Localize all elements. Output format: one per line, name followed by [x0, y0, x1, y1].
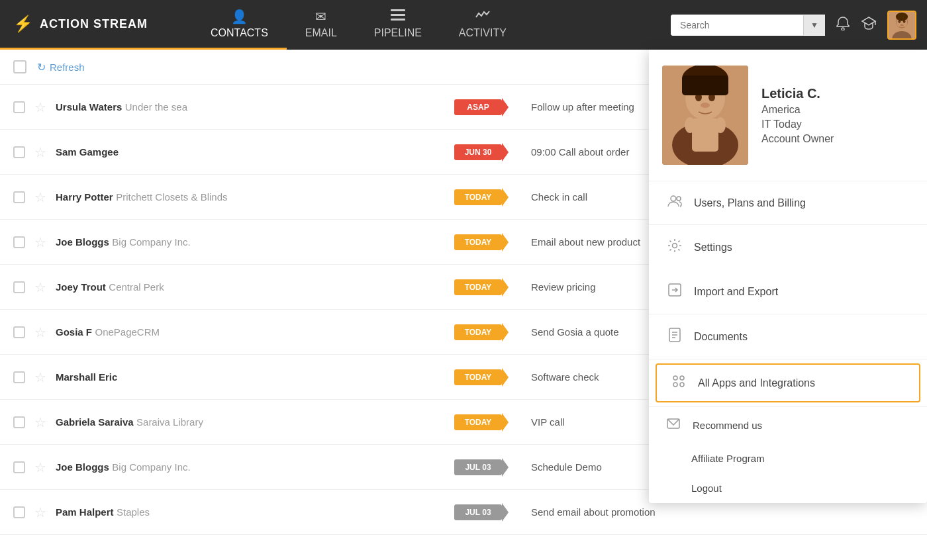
profile-photo [662, 66, 748, 165]
date-badge: TODAY [454, 414, 502, 430]
date-badge: ASAP [454, 99, 502, 115]
nav-email[interactable]: ✉ EMAIL [287, 0, 356, 50]
contact-company: Saraiva Library [136, 416, 203, 428]
contact-company: Staples [117, 506, 150, 518]
star-button[interactable]: ☆ [34, 414, 46, 430]
dropdown-item-all-apps[interactable]: All Apps and Integrations [656, 363, 920, 402]
contact-company: Central Perk [109, 281, 164, 293]
star-button[interactable]: ☆ [34, 369, 46, 385]
svg-point-27 [677, 197, 681, 201]
row-checkbox[interactable] [13, 506, 25, 518]
star-button[interactable]: ☆ [34, 504, 46, 520]
row-checkbox[interactable] [13, 371, 25, 383]
search-input[interactable] [671, 15, 803, 36]
contact-company: OnePageCRM [95, 326, 160, 338]
contact-info: Sam Gamgee [56, 146, 438, 158]
nav-pipeline[interactable]: PIPELINE [356, 0, 440, 50]
contact-info: Joe Bloggs Big Company Inc. [56, 236, 438, 248]
dropdown-item-import-export[interactable]: Import and Export [649, 269, 927, 314]
date-badge: TODAY [454, 279, 502, 295]
svg-rect-21 [682, 75, 728, 95]
dropdown-item-logout[interactable]: Logout [649, 473, 927, 503]
contact-info: Pam Halpert Staples [56, 506, 438, 518]
row-checkbox[interactable] [13, 191, 25, 203]
dropdown-docs-section: Documents [649, 314, 927, 359]
contact-name: Gosia F [56, 326, 92, 338]
star-button[interactable]: ☆ [34, 234, 46, 250]
svg-rect-1 [391, 14, 405, 16]
date-badge: TODAY [454, 324, 502, 340]
row-checkbox[interactable] [13, 461, 25, 473]
recommend-label: Recommend us [693, 420, 762, 431]
dropdown-item-documents[interactable]: Documents [649, 314, 927, 359]
bolt-icon: ⚡ [13, 15, 33, 33]
notifications-button[interactable] [836, 16, 850, 34]
svg-point-26 [671, 196, 676, 201]
date-badge-wrap: TODAY [454, 324, 502, 340]
date-badge: TODAY [454, 234, 502, 250]
profile-name: Leticia C. [761, 86, 834, 101]
star-button[interactable]: ☆ [34, 189, 46, 205]
svg-point-34 [673, 376, 677, 380]
star-button[interactable]: ☆ [34, 324, 46, 340]
profile-company: IT Today [761, 118, 834, 130]
refresh-icon: ↻ [37, 61, 46, 73]
logo-area: ⚡ ACTION STREAM [0, 0, 192, 50]
search-wrap: ▼ [671, 15, 825, 36]
dropdown-apps-section: All Apps and Integrations [649, 363, 927, 407]
contacts-icon: 👤 [231, 9, 248, 24]
dropdown-item-recommend[interactable]: Recommend us [649, 407, 927, 443]
row-checkbox[interactable] [13, 416, 25, 428]
top-navigation: ⚡ ACTION STREAM 👤 CONTACTS ✉ EMAIL PIPEL… [0, 0, 927, 50]
row-checkbox[interactable] [13, 326, 25, 338]
svg-rect-25 [692, 118, 718, 152]
nav-contacts-label: CONTACTS [211, 27, 268, 39]
settings-label: Settings [694, 242, 732, 254]
refresh-button[interactable]: ↻ Refresh [37, 61, 85, 73]
select-all-checkbox[interactable] [13, 60, 26, 73]
dropdown-item-affiliate[interactable]: Affiliate Program [649, 443, 927, 473]
svg-point-37 [680, 383, 684, 387]
contact-info: Joe Bloggs Big Company Inc. [56, 461, 438, 473]
nav-contacts[interactable]: 👤 CONTACTS [192, 0, 287, 50]
star-button[interactable]: ☆ [34, 279, 46, 295]
graduation-button[interactable] [861, 16, 877, 34]
search-dropdown-button[interactable]: ▼ [803, 15, 825, 35]
date-badge: JUN 30 [454, 144, 502, 160]
pipeline-icon [391, 9, 405, 24]
dropdown-item-settings[interactable]: Settings [649, 225, 927, 269]
date-badge-wrap: TODAY [454, 189, 502, 205]
date-badge-wrap: TODAY [454, 369, 502, 385]
row-checkbox[interactable] [13, 146, 25, 158]
contact-company: Big Company Inc. [112, 461, 190, 473]
row-checkbox[interactable] [13, 281, 25, 293]
user-avatar-button[interactable] [887, 11, 916, 40]
dropdown-item-users[interactable]: Users, Plans and Billing [649, 181, 927, 224]
contact-name: Marshall Eric [56, 371, 117, 383]
row-checkbox[interactable] [13, 101, 25, 113]
contact-name: Sam Gamgee [56, 146, 119, 158]
star-button[interactable]: ☆ [34, 99, 46, 115]
nav-activity[interactable]: ACTIVITY [440, 0, 525, 50]
row-checkbox[interactable] [13, 236, 25, 248]
svg-point-36 [673, 383, 677, 387]
main-content: ↻ Refresh ☆ Ursula Waters Under the sea … [0, 50, 927, 560]
star-button[interactable]: ☆ [34, 459, 46, 475]
nav-pipeline-label: PIPELINE [374, 27, 422, 39]
contact-info: Gosia F OnePageCRM [56, 326, 438, 338]
date-badge: JUL 03 [454, 459, 502, 475]
document-icon [666, 328, 683, 346]
user-dropdown-menu: Leticia C. America IT Today Account Owne… [649, 50, 927, 503]
svg-point-28 [673, 244, 677, 248]
gear-icon [666, 238, 683, 256]
contact-name: Joe Bloggs [56, 461, 109, 473]
contact-name: Pam Halpert [56, 506, 114, 518]
dropdown-profile-section: Leticia C. America IT Today Account Owne… [649, 50, 927, 181]
contact-info: Harry Potter Pritchett Closets & Blinds [56, 191, 438, 203]
star-button[interactable]: ☆ [34, 144, 46, 160]
profile-info: Leticia C. America IT Today Account Owne… [761, 86, 834, 145]
affiliate-label: Affiliate Program [691, 453, 765, 464]
all-apps-label: All Apps and Integrations [698, 377, 815, 389]
contact-info: Ursula Waters Under the sea [56, 101, 438, 113]
dropdown-bottom-section: Recommend us Affiliate Program Logout [649, 407, 927, 503]
